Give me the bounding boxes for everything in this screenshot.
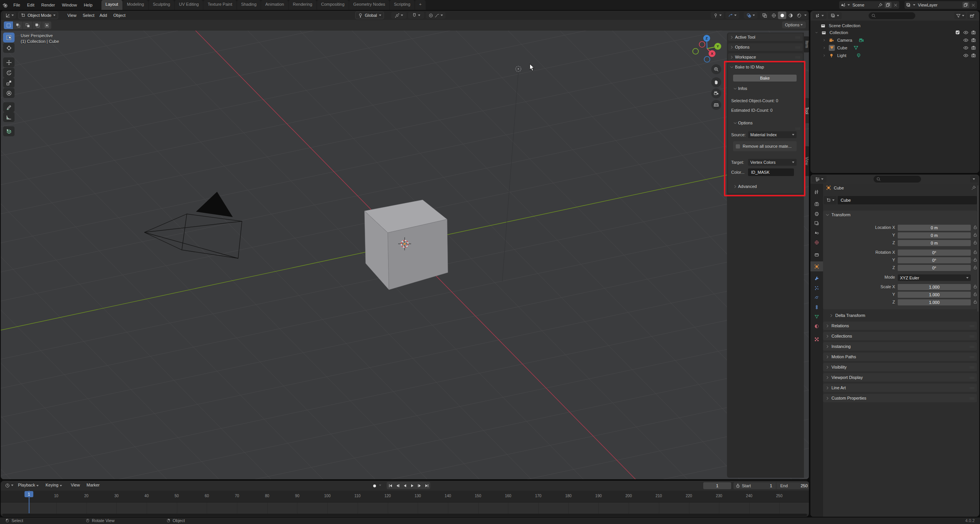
workspace-tab-shading[interactable]: Shading <box>237 0 261 10</box>
section-motion-paths[interactable]: Motion Paths:::: <box>823 353 977 361</box>
orthographic-toggle-button[interactable] <box>711 100 721 110</box>
properties-editor-type-button[interactable] <box>812 176 826 183</box>
tool-select-box-button[interactable] <box>3 33 15 42</box>
workspace-tab-uv-editing[interactable]: UV Editing <box>175 0 203 10</box>
shading-wireframe-button[interactable] <box>769 11 778 19</box>
tool-annotate-button[interactable] <box>3 102 15 112</box>
stopwatch-icon[interactable] <box>733 483 742 488</box>
shading-material-button[interactable] <box>786 11 795 19</box>
sidebar-tab-view[interactable]: View <box>804 146 809 176</box>
properties-tab-data[interactable] <box>810 312 823 322</box>
workspace-tab-modeling[interactable]: Modeling <box>123 0 149 10</box>
sidebar-panel-active-tool[interactable]: Active Tool:::: <box>728 33 803 41</box>
timeline-menu-view[interactable]: View <box>71 483 80 487</box>
pivot-point-dropdown[interactable] <box>391 12 407 19</box>
pan-button[interactable] <box>711 77 721 87</box>
viewport-menu-add[interactable]: Add <box>97 12 109 18</box>
tool-transform-button[interactable] <box>3 88 15 98</box>
proportional-editing-dropdown[interactable] <box>426 12 446 19</box>
select-subtract-button[interactable] <box>23 21 33 29</box>
light-data-icon[interactable] <box>856 53 861 58</box>
outliner-filter-id-button[interactable] <box>828 12 842 19</box>
outliner-row-collection[interactable]: Collection <box>810 29 979 36</box>
object-name-field[interactable]: Cube <box>838 196 977 204</box>
transform-orientation-dropdown[interactable]: Global <box>355 11 384 19</box>
transform-field-location-x[interactable]: 0 m <box>898 225 971 231</box>
select-set-button[interactable] <box>4 21 13 29</box>
snap-dropdown[interactable] <box>408 12 424 19</box>
workspace-tab-sculpting[interactable]: Sculpting <box>149 0 174 10</box>
transform-field-z[interactable]: 0° <box>898 265 971 271</box>
toggle-check-icon[interactable] <box>955 30 960 35</box>
topbar-menu-help[interactable]: Help <box>80 3 96 7</box>
section-line-art[interactable]: Line Art:::: <box>823 384 977 392</box>
workspace-tab-scripting[interactable]: Scripting <box>390 0 415 10</box>
outliner-filter-button[interactable] <box>954 12 966 19</box>
timeline-menu-marker[interactable]: Marker <box>87 483 100 487</box>
toggle-camera-icon[interactable] <box>971 53 976 58</box>
breadcrumb-object-name[interactable]: Cube <box>834 186 844 190</box>
properties-tab-particles[interactable] <box>810 283 823 293</box>
sidebar-panel-workspace[interactable]: Workspace:::: <box>728 53 803 61</box>
show-gizmos-toggle[interactable] <box>725 12 739 19</box>
tool-cursor-button[interactable] <box>3 43 15 53</box>
bake-panel-header[interactable]: Bake to ID Map :::: <box>728 63 803 71</box>
workspace-tab--[interactable]: + <box>415 0 426 10</box>
transform-field-z[interactable]: 1.000 <box>898 299 971 305</box>
properties-tab-modifiers[interactable] <box>810 273 823 283</box>
timeline-menu-keying[interactable]: Keying <box>46 483 62 487</box>
remove-source-materials-row[interactable]: Remove all source mate... <box>733 141 797 151</box>
properties-tab-material[interactable] <box>810 321 823 331</box>
current-frame-field[interactable]: 1 <box>703 482 731 489</box>
transform-panel-header[interactable]: Transform :::: <box>823 211 977 219</box>
viewlayer-selector[interactable]: ViewLayer <box>905 1 977 9</box>
outliner-row-light[interactable]: Light <box>810 52 979 59</box>
viewport-options-button[interactable]: Options <box>782 21 806 28</box>
section-delta-transform[interactable]: Delta Transform <box>823 311 977 320</box>
zoom-button[interactable] <box>711 64 721 74</box>
workspace-tab-texture-paint[interactable]: Texture Paint <box>203 0 236 10</box>
navigation-gizmo[interactable]: ZYX <box>688 33 726 67</box>
transform-field-mode[interactable]: XYZ Euler <box>898 274 971 281</box>
tool-measure-button[interactable] <box>3 112 15 122</box>
pin-icon[interactable] <box>878 3 883 8</box>
section-relations[interactable]: Relations:::: <box>823 322 977 330</box>
show-gizmo-dropdown[interactable] <box>711 12 724 19</box>
workspace-tab-geometry-nodes[interactable]: Geometry Nodes <box>349 0 389 10</box>
properties-tab-render[interactable] <box>810 199 823 209</box>
topbar-menu-edit[interactable]: Edit <box>24 3 38 7</box>
tool-scale-button[interactable] <box>3 78 15 88</box>
scrollbar[interactable] <box>977 185 978 312</box>
new-collection-button[interactable] <box>967 12 977 19</box>
options-subpanel-header[interactable]: Options <box>732 121 753 125</box>
toggle-camera-icon[interactable] <box>971 38 976 43</box>
toggle-camera-icon[interactable] <box>971 45 976 51</box>
properties-tab-output[interactable] <box>810 209 823 219</box>
timeline-scrollbar[interactable] <box>2 514 807 516</box>
infos-subpanel-header[interactable]: Infos <box>732 86 747 91</box>
timeline-channel-area[interactable] <box>1 502 809 514</box>
scene-name[interactable]: Scene <box>852 3 876 7</box>
tool-rotate-button[interactable] <box>3 68 15 78</box>
properties-tab-tool[interactable] <box>810 187 823 197</box>
next-keyframe-button[interactable] <box>416 482 423 489</box>
pin-icon[interactable] <box>971 185 976 190</box>
viewport-menu-select[interactable]: Select <box>80 12 97 18</box>
timeline-editor-type-button[interactable] <box>3 482 16 489</box>
select-extend-button[interactable] <box>13 21 23 29</box>
properties-search[interactable] <box>874 176 921 183</box>
mode-dropdown[interactable]: Object Mode <box>18 11 58 19</box>
color-attribute-input[interactable]: ID_MASK <box>748 168 794 176</box>
bake-button[interactable]: Bake <box>733 75 797 82</box>
outliner-search[interactable] <box>869 12 915 19</box>
select-invert-button[interactable] <box>33 21 42 29</box>
outliner-item-label[interactable]: Light <box>837 53 846 58</box>
viewport-canvas[interactable]: User Perspective (1) Collection | Cube Z… <box>1 31 809 479</box>
outliner-row-scene-collection[interactable]: Scene Collection <box>810 22 979 29</box>
start-frame-field[interactable]: 1 <box>751 483 776 488</box>
shading-rendered-button[interactable] <box>795 11 803 19</box>
transform-field-rotation-x[interactable]: 0° <box>898 250 971 256</box>
workspace-tab-layout[interactable]: Layout <box>101 0 122 10</box>
section-custom-properties[interactable]: Custom Properties:::: <box>823 394 977 402</box>
mesh-data-icon[interactable] <box>853 45 859 51</box>
